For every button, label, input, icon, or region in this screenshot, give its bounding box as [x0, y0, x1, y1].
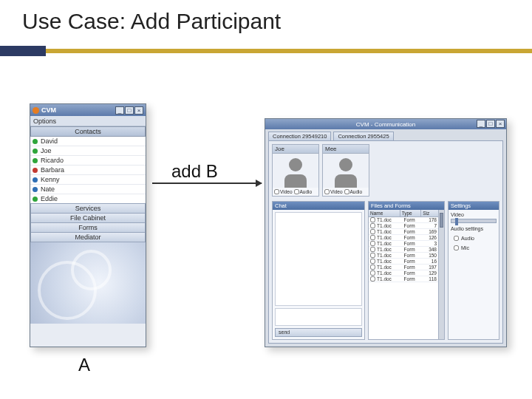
chat-log[interactable] — [275, 212, 362, 306]
contact-name: Kenny — [41, 176, 60, 183]
contact-name: Joe — [41, 147, 52, 154]
maximize-button[interactable]: □ — [486, 120, 495, 128]
file-checkbox[interactable] — [370, 241, 375, 246]
files-list: T1.docForm178T1.docForm7T1.docForm169T1.… — [369, 217, 438, 339]
file-row[interactable]: T1.docForm150 — [369, 253, 438, 259]
send-button[interactable]: send — [275, 328, 362, 337]
audio-checkbox[interactable]: Audio — [344, 189, 363, 194]
file-type: Form — [404, 259, 423, 264]
tab-connection-1[interactable]: Connection 29549210 — [268, 132, 331, 140]
file-size: 150 — [423, 253, 438, 258]
file-size: 3 — [423, 241, 438, 246]
file-type: Form — [404, 265, 423, 270]
contact-name: Nate — [41, 185, 55, 193]
audio-settings-label: Audio settings — [451, 226, 497, 231]
video-checkbox[interactable]: Video — [324, 189, 343, 194]
file-name: T1.doc — [377, 259, 404, 264]
col-size[interactable]: Siz — [421, 210, 438, 216]
file-checkbox[interactable] — [370, 270, 375, 276]
communication-window: CVM - Communication _ □ × Connection 295… — [265, 118, 507, 347]
files-header: Files and Forms — [369, 202, 444, 210]
status-dot-icon — [33, 139, 38, 144]
file-name: T1.doc — [377, 247, 404, 252]
contact-name: David — [41, 137, 58, 145]
slide-title: Use Case: Add Participant — [22, 9, 281, 34]
video-checkbox[interactable]: Video — [274, 189, 293, 194]
file-name: T1.doc — [377, 235, 404, 240]
audio-checkbox[interactable] — [454, 236, 459, 241]
mic-cb-label: Mic — [461, 245, 469, 250]
annotation-a: A — [78, 355, 90, 375]
contact-item[interactable]: Barbara — [30, 166, 146, 175]
contact-name: Ricardo — [41, 157, 64, 164]
status-dot-icon — [33, 197, 38, 202]
file-checkbox[interactable] — [370, 229, 375, 234]
file-size: 178 — [423, 217, 438, 222]
audio-checkbox[interactable]: Audio — [294, 189, 313, 194]
chat-input[interactable] — [275, 308, 362, 326]
file-row[interactable]: T1.docForm348 — [369, 247, 438, 253]
close-button[interactable]: × — [134, 106, 143, 115]
audio-label: Audio — [350, 189, 363, 194]
file-checkbox[interactable] — [370, 223, 375, 228]
status-dot-icon — [33, 149, 38, 154]
tab-connection-2[interactable]: Connection 2955425 — [333, 132, 393, 140]
file-row[interactable]: T1.docForm169 — [369, 229, 438, 235]
cvm-menu-options[interactable]: Options — [30, 116, 146, 126]
nav-mediator[interactable]: Mediator — [30, 232, 146, 242]
minimize-button[interactable]: _ — [115, 106, 124, 115]
close-button[interactable]: × — [496, 120, 505, 128]
contact-item[interactable]: Joe — [30, 146, 146, 156]
file-row[interactable]: T1.docForm7 — [369, 223, 438, 229]
contact-item[interactable]: Ricardo — [30, 156, 146, 166]
file-row[interactable]: T1.docForm126 — [369, 235, 438, 241]
file-name: T1.doc — [377, 265, 404, 270]
contact-item[interactable]: Kenny — [30, 175, 146, 185]
participant-name: Joe — [273, 145, 318, 154]
file-size: 126 — [423, 235, 438, 240]
contacts-header[interactable]: Contacts — [30, 126, 146, 137]
participants-row: Joe Video Audio Mee Video Audio — [272, 144, 499, 197]
file-row[interactable]: T1.docForm178 — [369, 217, 438, 223]
cvm-titlebar[interactable]: CVM _ □ × — [30, 104, 146, 116]
file-size: 197 — [423, 265, 438, 270]
video-label: Video — [280, 189, 293, 194]
file-type: Form — [404, 253, 423, 258]
file-checkbox[interactable] — [370, 276, 375, 282]
file-checkbox[interactable] — [370, 247, 375, 252]
file-row[interactable]: T1.docForm3 — [369, 241, 438, 247]
col-type[interactable]: Type — [400, 210, 422, 216]
chat-panel: Chat send — [272, 201, 365, 340]
cvm-background-art — [30, 242, 146, 324]
file-checkbox[interactable] — [370, 217, 375, 222]
file-checkbox[interactable] — [370, 235, 375, 240]
file-row[interactable]: T1.docForm16 — [369, 259, 438, 265]
video-slider[interactable] — [451, 219, 497, 223]
file-checkbox[interactable] — [370, 265, 375, 270]
contact-list: DavidJoeRicardoBarbaraKennyNateEddie — [30, 137, 146, 204]
nav-file-cabinet[interactable]: File Cabinet — [30, 213, 146, 223]
cvm-window: CVM _ □ × Options Contacts DavidJoeRicar… — [30, 103, 146, 347]
file-size: 118 — [423, 276, 438, 282]
file-size: 16 — [423, 259, 438, 264]
contact-item[interactable]: Nate — [30, 185, 146, 194]
mic-checkbox[interactable] — [454, 245, 459, 250]
file-row[interactable]: T1.docForm197 — [369, 265, 438, 270]
maximize-button[interactable]: □ — [125, 106, 134, 115]
file-checkbox[interactable] — [370, 259, 375, 264]
minimize-button[interactable]: _ — [477, 120, 485, 128]
contact-item[interactable]: David — [30, 137, 146, 146]
avatar-placeholder-icon — [273, 154, 318, 188]
file-checkbox[interactable] — [370, 253, 375, 258]
col-name[interactable]: Name — [369, 210, 400, 216]
nav-services[interactable]: Services — [30, 203, 146, 214]
comm-title: CVM - Communication — [356, 121, 415, 128]
nav-forms[interactable]: Forms — [30, 222, 146, 233]
scrollbar[interactable] — [438, 210, 444, 339]
comm-titlebar[interactable]: CVM - Communication _ □ × — [265, 119, 506, 129]
file-row[interactable]: T1.docForm129 — [369, 270, 438, 276]
file-row[interactable]: T1.docForm118 — [369, 276, 438, 282]
connection-tabs: Connection 29549210 Connection 2955425 — [265, 129, 506, 140]
file-name: T1.doc — [377, 241, 404, 246]
status-dot-icon — [33, 158, 38, 163]
